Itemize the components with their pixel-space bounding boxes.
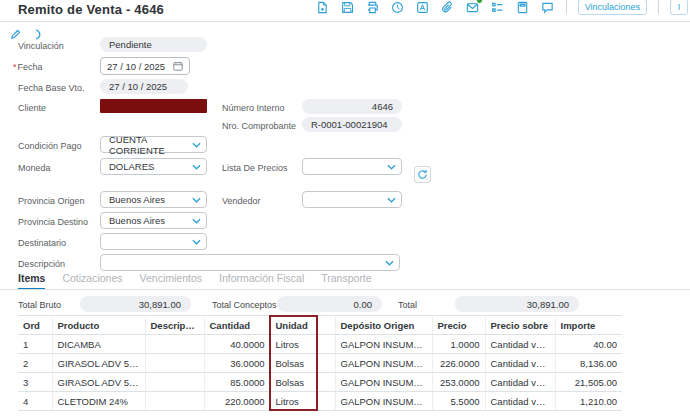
table-row[interactable]: 4 CLETODIM 24% 220.0000 Litros GALPON IN… bbox=[18, 392, 622, 411]
cell-precio[interactable]: 5.5000 bbox=[432, 392, 485, 411]
print-icon[interactable] bbox=[366, 0, 380, 14]
moneda-select[interactable]: DOLARES bbox=[100, 158, 207, 175]
cell-precio-sobre[interactable]: Cantidad venta bbox=[485, 373, 555, 392]
cell-cantidad[interactable]: 36.0000 bbox=[204, 354, 270, 373]
col-ord[interactable]: Ord bbox=[18, 316, 52, 335]
col-precio[interactable]: Precio bbox=[432, 316, 485, 335]
table-row[interactable]: 2 GIRASOL ADV 5205 C... 36.0000 Bolsas G… bbox=[18, 354, 622, 373]
total-conceptos-value: 0.00 bbox=[277, 296, 382, 312]
calendar-icon[interactable] bbox=[173, 61, 183, 71]
refresh-button[interactable] bbox=[414, 166, 431, 183]
page-title: Remito de Venta - 4646 bbox=[18, 2, 164, 17]
col-cantidad[interactable]: Cantidad bbox=[204, 316, 270, 335]
tab-vencimientos[interactable]: Vencimientos bbox=[140, 272, 202, 290]
cell-importe[interactable]: 8,136.00 bbox=[555, 354, 622, 373]
cell-cantidad[interactable]: 85.0000 bbox=[204, 373, 270, 392]
cell-ord[interactable]: 3 bbox=[18, 373, 52, 392]
cell-deposito-origen[interactable]: GALPON INSUMOS bbox=[335, 335, 432, 354]
numero-interno-value: 4646 bbox=[302, 99, 402, 114]
cell-ord[interactable]: 4 bbox=[18, 392, 52, 411]
cell-unidad[interactable]: Bolsas bbox=[270, 354, 335, 373]
descripcion-select[interactable] bbox=[100, 254, 400, 271]
cell-cantidad[interactable]: 40.0000 bbox=[204, 335, 270, 354]
save-icon[interactable] bbox=[341, 0, 355, 14]
history-icon[interactable] bbox=[391, 0, 405, 14]
chevron-down-icon bbox=[192, 218, 201, 224]
cell-importe[interactable]: 21,505.00 bbox=[555, 373, 622, 392]
tab-items[interactable]: Items bbox=[18, 272, 45, 290]
cell-precio-sobre[interactable]: Cantidad venta bbox=[485, 392, 555, 411]
add-document-icon[interactable] bbox=[316, 0, 330, 14]
moneda-label: Moneda bbox=[18, 163, 51, 173]
table-row[interactable]: 3 GIRASOL ADV 5407 CL 85.0000 Bolsas GAL… bbox=[18, 373, 622, 392]
table-row[interactable]: 1 DICAMBA 40.0000 Litros GALPON INSUMOS … bbox=[18, 335, 622, 354]
cliente-label: Cliente bbox=[18, 103, 46, 113]
cell-deposito-origen[interactable]: GALPON INSUMOS bbox=[335, 354, 432, 373]
condicion-pago-select[interactable]: CUENTA CORRIENTE bbox=[100, 136, 207, 153]
cell-producto[interactable]: GIRASOL ADV 5205 C... bbox=[52, 354, 145, 373]
col-producto[interactable]: Producto bbox=[52, 316, 145, 335]
cell-producto[interactable]: DICAMBA bbox=[52, 335, 145, 354]
toolbar-divider bbox=[658, 0, 659, 14]
cell-descripcion[interactable] bbox=[145, 373, 204, 392]
total-conceptos-label: Total Conceptos bbox=[212, 300, 277, 310]
redo-icon[interactable] bbox=[30, 27, 44, 41]
cell-precio-sobre[interactable]: Cantidad venta bbox=[485, 335, 555, 354]
total-bruto-label: Total Bruto bbox=[18, 300, 61, 310]
cliente-value-redacted[interactable] bbox=[100, 99, 207, 113]
col-importe[interactable]: Importe bbox=[555, 316, 622, 335]
text-format-icon[interactable] bbox=[416, 0, 430, 14]
vendedor-select[interactable] bbox=[302, 191, 402, 208]
vinculacion-label: Vinculación bbox=[18, 41, 64, 51]
provincia-destino-select[interactable]: Buenos Aires bbox=[100, 212, 207, 229]
cell-unidad[interactable]: Litros bbox=[270, 335, 335, 354]
cell-precio[interactable]: 253.0000 bbox=[432, 373, 485, 392]
provincia-origen-select[interactable]: Buenos Aires bbox=[100, 191, 207, 208]
edit-icon[interactable] bbox=[8, 27, 22, 41]
col-unidad[interactable]: Unidad bbox=[270, 316, 335, 335]
tab-informacion-fiscal[interactable]: Información Fiscal bbox=[219, 272, 304, 290]
tab-transporte[interactable]: Transporte bbox=[321, 272, 371, 290]
table-header-row: Ord Producto Descripción Cantidad Unidad… bbox=[18, 316, 622, 335]
fecha-base-value: 27 / 10 / 2025 bbox=[100, 79, 188, 94]
toolbar-divider bbox=[566, 0, 567, 14]
comment-icon[interactable] bbox=[541, 0, 555, 14]
checklist-icon[interactable] bbox=[491, 0, 505, 14]
fecha-input[interactable]: 27 / 10 / 2025 bbox=[100, 57, 190, 75]
tab-cotizaciones[interactable]: Cotizaciones bbox=[62, 272, 122, 290]
cell-descripcion[interactable] bbox=[145, 354, 204, 373]
cell-deposito-origen[interactable]: GALPON INSUMOS bbox=[335, 392, 432, 411]
nro-comprobante-value: R-0001-00021904 bbox=[302, 117, 402, 132]
cell-precio[interactable]: 226.0000 bbox=[432, 354, 485, 373]
cell-precio[interactable]: 1.0000 bbox=[432, 335, 485, 354]
cell-producto[interactable]: CLETODIM 24% bbox=[52, 392, 145, 411]
cell-ord[interactable]: 1 bbox=[18, 335, 52, 354]
cell-producto[interactable]: GIRASOL ADV 5407 CL bbox=[52, 373, 145, 392]
cell-cantidad[interactable]: 220.0000 bbox=[204, 392, 270, 411]
cell-unidad[interactable]: Bolsas bbox=[270, 373, 335, 392]
cell-precio-sobre[interactable]: Cantidad venta bbox=[485, 354, 555, 373]
col-precio-sobre[interactable]: Precio sobre bbox=[485, 316, 555, 335]
lista-precios-select[interactable] bbox=[302, 158, 402, 175]
calculator-icon[interactable] bbox=[516, 0, 530, 14]
col-descripcion[interactable]: Descripción bbox=[145, 316, 204, 335]
col-deposito-origen[interactable]: Depósito Origen bbox=[335, 316, 432, 335]
cell-ord[interactable]: 2 bbox=[18, 354, 52, 373]
chevron-down-icon bbox=[192, 142, 201, 148]
attachment-icon[interactable] bbox=[441, 0, 455, 14]
destinatario-label: Destinatario bbox=[18, 238, 66, 248]
cell-descripcion[interactable] bbox=[145, 392, 204, 411]
cell-descripcion[interactable] bbox=[145, 335, 204, 354]
vinculacion-value: Pendiente bbox=[100, 37, 207, 52]
cell-deposito-origen[interactable]: GALPON INSUMOS bbox=[335, 373, 432, 392]
chevron-down-icon bbox=[192, 239, 201, 245]
mail-icon[interactable] bbox=[466, 0, 480, 14]
cell-unidad[interactable]: Litros bbox=[270, 392, 335, 411]
provincia-destino-label: Provincia Destino bbox=[18, 217, 88, 227]
vinculaciones-button[interactable]: Vinculaciones bbox=[578, 0, 647, 15]
destinatario-select[interactable] bbox=[100, 233, 207, 250]
cell-importe[interactable]: 1,210.00 bbox=[555, 392, 622, 411]
tab-bar-divider bbox=[0, 289, 690, 290]
truncated-button[interactable]: I bbox=[670, 0, 688, 15]
cell-importe[interactable]: 40.00 bbox=[555, 335, 622, 354]
